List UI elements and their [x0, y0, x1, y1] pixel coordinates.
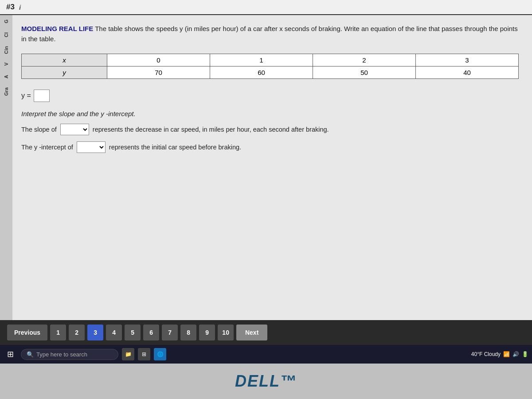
- volume-icon: 🔊: [512, 351, 519, 357]
- taskbar-grid-icon[interactable]: ⊞: [138, 348, 150, 360]
- left-sidebar: G Cl Cin V A Gra: [0, 15, 12, 320]
- page-8-button[interactable]: 8: [180, 325, 196, 340]
- previous-button[interactable]: Previous: [7, 325, 47, 340]
- interpret-label: Interpret the slope and the y -intercept…: [21, 110, 519, 117]
- interpret-section: Interpret the slope and the y -intercept…: [21, 110, 519, 153]
- sidebar-letter-cin: Cin: [4, 46, 9, 54]
- equation-area: y =: [21, 90, 519, 102]
- table-cell-y: y: [22, 66, 107, 79]
- page-10-button[interactable]: 10: [218, 325, 234, 340]
- page-9-button[interactable]: 9: [199, 325, 215, 340]
- problem-number: #3: [6, 3, 15, 12]
- sidebar-letter-cl: Cl: [4, 32, 9, 37]
- pagination-bar: Previous 1 2 3 4 5 6 7 8 9 10 Next: [0, 320, 532, 345]
- table-cell-y3: 40: [415, 66, 518, 79]
- slope-label: The slope of: [21, 126, 57, 133]
- table-cell-y2: 50: [313, 66, 415, 79]
- intercept-label: The y -intercept of: [21, 144, 73, 151]
- taskbar-system-icons: 40°F Cloudy 📶 🔊 🔋: [471, 351, 528, 357]
- taskbar: ⊞ 🔍 Type here to search 📁 ⊞ 🌐 40°F Cloud…: [0, 345, 532, 364]
- intercept-dropdown[interactable]: 70 -10 60: [77, 141, 106, 153]
- page-4-button[interactable]: 4: [106, 325, 122, 340]
- page-5-button[interactable]: 5: [125, 325, 141, 340]
- intercept-rest: represents the initial car speed before …: [109, 144, 241, 151]
- table-cell-x1: 1: [210, 54, 313, 66]
- dell-logo: DELL™: [235, 372, 297, 391]
- slope-dropdown[interactable]: -10 10 70: [60, 124, 89, 135]
- intercept-sentence-row: The y -intercept of 70 -10 60 represents…: [21, 141, 519, 153]
- battery-icon: 🔋: [522, 351, 528, 357]
- taskbar-file-icon[interactable]: 📁: [122, 348, 134, 360]
- page-7-button[interactable]: 7: [162, 325, 178, 340]
- sidebar-letter-v: V: [4, 63, 9, 66]
- equation-input[interactable]: [34, 90, 50, 102]
- problem-text: MODELING REAL LIFE The table shows the s…: [21, 24, 519, 44]
- table-cell-x0: 0: [107, 54, 210, 66]
- sidebar-letter-g: G: [4, 20, 9, 23]
- table-cell-y1: 60: [210, 66, 313, 79]
- slope-sentence-row: The slope of -10 10 70 represents the de…: [21, 124, 519, 135]
- search-icon: 🔍: [27, 351, 34, 358]
- taskbar-browser-icon[interactable]: 🌐: [154, 348, 166, 360]
- content-panel: MODELING REAL LIFE The table shows the s…: [12, 15, 532, 320]
- page-1-button[interactable]: 1: [50, 325, 66, 340]
- start-button[interactable]: ⊞: [4, 348, 17, 361]
- page-3-button[interactable]: 3: [87, 325, 103, 340]
- table-cell-x3: 3: [415, 54, 518, 66]
- search-placeholder: Type here to search: [36, 351, 87, 358]
- problem-description: The table shows the speeds y (in miles p…: [21, 25, 518, 43]
- modeling-label: MODELING REAL LIFE: [21, 25, 93, 32]
- title-bar: #3 i: [0, 0, 532, 15]
- info-icon: i: [19, 4, 21, 11]
- page-2-button[interactable]: 2: [69, 325, 85, 340]
- table-cell-x: x: [22, 54, 107, 66]
- main-content: G Cl Cin V A Gra MODELING REAL LIFE The …: [0, 15, 532, 320]
- slope-rest: represents the decrease in car speed, in…: [93, 126, 329, 133]
- table-cell-y0: 70: [107, 66, 210, 79]
- sidebar-letter-gra: Gra: [4, 87, 9, 96]
- table-cell-x2: 2: [313, 54, 415, 66]
- weather-display: 40°F Cloudy: [471, 351, 501, 357]
- equation-label: y =: [21, 92, 31, 100]
- sidebar-letter-a: A: [4, 75, 9, 78]
- next-button[interactable]: Next: [236, 325, 267, 340]
- table-header-row: x 0 1 2 3: [22, 54, 519, 66]
- page-6-button[interactable]: 6: [143, 325, 159, 340]
- table-data-row: y 70 60 50 40: [22, 66, 519, 79]
- dell-area: DELL™: [0, 364, 532, 399]
- wifi-icon: 📶: [503, 351, 510, 357]
- search-bar[interactable]: 🔍 Type here to search: [21, 349, 118, 360]
- data-table: x 0 1 2 3 y 70 60 50 40: [21, 54, 519, 79]
